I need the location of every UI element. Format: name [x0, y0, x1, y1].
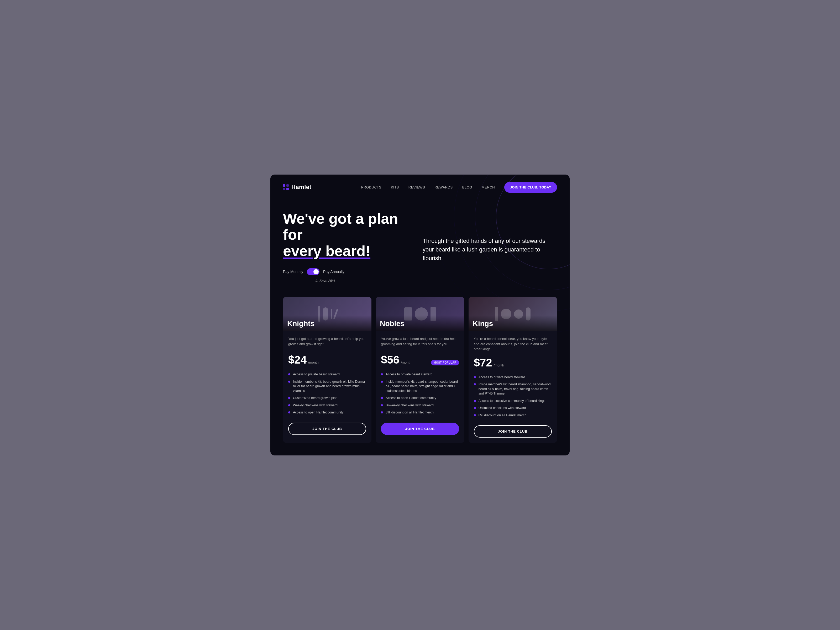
- knights-name-overlay: Knights: [283, 315, 371, 331]
- feature-item: Unlimited check-ins with steward: [474, 404, 552, 412]
- plan-card-kings: Kings You're a beard connoisseur, you kn…: [469, 297, 557, 443]
- plan-image-kings: Kings: [469, 297, 557, 331]
- toggle-thumb: [313, 269, 319, 274]
- feature-item: Inside member's kit: beard growth oil, M…: [288, 378, 366, 395]
- knights-price: $24: [288, 354, 306, 366]
- feature-dot: [381, 397, 383, 399]
- kings-price: $72: [474, 357, 492, 369]
- feature-dot: [381, 404, 383, 406]
- save-arrow: ↳: [314, 278, 318, 283]
- nav-reviews[interactable]: REVIEWS: [409, 185, 425, 189]
- feature-item: Weekly check-ins with steward: [288, 402, 366, 409]
- feature-item: Access to exclusive community of beard k…: [474, 398, 552, 405]
- knights-price-row: $24 /month: [288, 354, 366, 366]
- billing-toggle-switch[interactable]: [307, 268, 319, 275]
- nav-rewards[interactable]: REWARDS: [434, 185, 453, 189]
- feature-dot: [474, 414, 476, 416]
- feature-item: 3% discount on all Hamlet merch: [381, 409, 459, 416]
- feature-item: Access to private beard steward: [474, 374, 552, 381]
- feature-item: Access to open Hamlet community: [381, 395, 459, 402]
- feature-dot: [474, 407, 476, 409]
- kings-plan-body: You're a beard connoisseur, you know you…: [469, 331, 557, 443]
- knights-period: /month: [308, 360, 319, 364]
- knights-plan-body: You just got started growing a beard, le…: [283, 331, 371, 440]
- feature-item: 8% discount on all Hamlet merch: [474, 412, 552, 419]
- knights-desc: You just got started growing a beard, le…: [288, 336, 366, 349]
- page-wrapper: Hamlet PRODUCTS KITS REVIEWS REWARDS BLO…: [270, 175, 570, 456]
- billing-annually-label: Pay Annually: [323, 270, 344, 274]
- nav-links: PRODUCTS KITS REVIEWS REWARDS BLOG MERCH: [361, 185, 495, 189]
- feature-dot: [474, 376, 476, 378]
- nobles-join-button[interactable]: JOIN THE CLUB: [381, 423, 459, 435]
- feature-dot: [288, 373, 291, 375]
- plans-section: Knights You just got started growing a b…: [270, 289, 570, 455]
- plan-image-nobles: Nobles: [376, 297, 464, 331]
- feature-dot: [288, 381, 291, 383]
- svg-rect-6: [283, 188, 285, 190]
- hero-left: We've got a plan for every beard! Pay Mo…: [283, 210, 417, 284]
- hero-description: Through the gifted hands of any of our s…: [423, 237, 557, 262]
- nav-products[interactable]: PRODUCTS: [361, 185, 381, 189]
- knights-plan-name: Knights: [287, 319, 367, 328]
- nav-cta-button[interactable]: JOIN THE CLUB, TODAY: [504, 182, 557, 193]
- feature-dot: [381, 373, 383, 375]
- kings-features: Access to private beard steward Inside m…: [474, 374, 552, 419]
- kings-price-row: $72 /month: [474, 357, 552, 369]
- feature-item: Inside member's kit: beard shampoo, sand…: [474, 381, 552, 398]
- plan-card-knights: Knights You just got started growing a b…: [283, 297, 371, 443]
- logo-text: Hamlet: [291, 184, 311, 191]
- nav-kits[interactable]: KITS: [391, 185, 399, 189]
- feature-dot: [381, 381, 383, 383]
- kings-desc: You're a beard connoisseur, you know you…: [474, 336, 552, 352]
- hero-right: Through the gifted hands of any of our s…: [423, 210, 557, 284]
- kings-period: /month: [494, 363, 504, 367]
- nobles-name-overlay: Nobles: [376, 315, 464, 331]
- nobles-desc: You've grow a lush beard and just need e…: [381, 336, 459, 349]
- knights-join-button[interactable]: JOIN THE CLUB: [288, 423, 366, 435]
- feature-dot: [288, 411, 291, 414]
- popular-badge: MOST POPULAR: [431, 360, 459, 365]
- feature-dot: [474, 400, 476, 402]
- feature-item: Access to private beard steward: [381, 371, 459, 378]
- billing-monthly-label: Pay Monthly: [283, 270, 303, 274]
- save-note: ↳ Save 25%: [314, 278, 417, 283]
- feature-item: Bi-weekly check-ins with steward: [381, 402, 459, 409]
- navbar: Hamlet PRODUCTS KITS REVIEWS REWARDS BLO…: [270, 175, 570, 200]
- nobles-plan-body: You've grow a lush beard and just need e…: [376, 331, 464, 440]
- plan-image-knights: Knights: [283, 297, 371, 331]
- kings-name-overlay: Kings: [469, 315, 557, 331]
- kings-plan-name: Kings: [473, 319, 553, 328]
- feature-dot: [288, 397, 291, 399]
- feature-dot: [288, 404, 291, 406]
- svg-rect-4: [283, 184, 285, 186]
- hero-section: We've got a plan for every beard! Pay Mo…: [270, 200, 570, 289]
- hero-title: We've got a plan for every beard!: [283, 210, 417, 259]
- feature-item: Customized beard growth plan: [288, 395, 366, 402]
- billing-toggle: Pay Monthly Pay Annually: [283, 268, 417, 275]
- knights-features: Access to private beard steward Inside m…: [288, 371, 366, 416]
- logo-icon: [283, 184, 289, 190]
- svg-rect-7: [286, 188, 289, 190]
- nobles-period: /month: [401, 360, 411, 364]
- feature-dot: [381, 411, 383, 414]
- nobles-features: Access to private beard steward Inside m…: [381, 371, 459, 416]
- feature-item: Access to private beard steward: [288, 371, 366, 378]
- nobles-plan-name: Nobles: [380, 319, 460, 328]
- nobles-price: $56: [381, 354, 399, 366]
- feature-item: Access to open Hamlet community: [288, 409, 366, 416]
- logo: Hamlet: [283, 184, 311, 191]
- kings-join-button[interactable]: JOIN THE CLUB: [474, 425, 552, 437]
- nav-blog[interactable]: BLOG: [462, 185, 472, 189]
- nav-merch[interactable]: MERCH: [482, 185, 495, 189]
- svg-rect-5: [286, 184, 289, 186]
- feature-item: Inside member's kit: beard shampoo, ceda…: [381, 378, 459, 395]
- plan-card-nobles: Nobles You've grow a lush beard and just…: [376, 297, 464, 443]
- nobles-price-row: $56 /month MOST POPULAR: [381, 354, 459, 366]
- feature-dot: [474, 383, 476, 385]
